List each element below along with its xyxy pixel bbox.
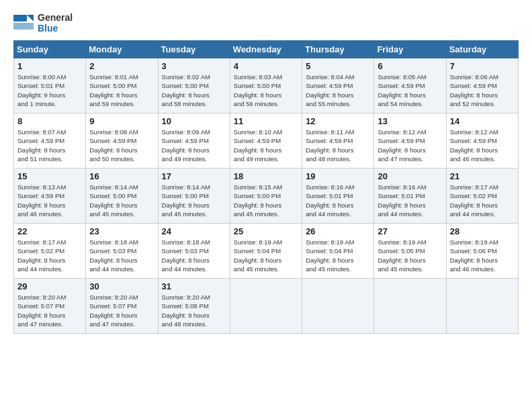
day-number: 2: [89, 61, 154, 71]
calendar-cell: 20Sunrise: 8:16 AM Sunset: 5:01 PM Dayli…: [374, 169, 446, 224]
day-number: 21: [450, 171, 515, 181]
day-info: Sunrise: 8:17 AM Sunset: 5:02 PM Dayligh…: [450, 183, 515, 218]
calendar-cell: 16Sunrise: 8:14 AM Sunset: 5:00 PM Dayli…: [86, 169, 158, 224]
calendar-cell: [374, 279, 446, 334]
calendar-cell: 17Sunrise: 8:14 AM Sunset: 5:00 PM Dayli…: [158, 169, 230, 224]
calendar-page: General Blue SundayMondayTuesdayWednesda…: [0, 0, 532, 340]
day-info: Sunrise: 8:19 AM Sunset: 5:06 PM Dayligh…: [450, 238, 515, 273]
header: General Blue: [13, 12, 519, 34]
calendar-cell: 2Sunrise: 8:01 AM Sunset: 5:00 PM Daylig…: [86, 58, 158, 113]
calendar-cell: 28Sunrise: 8:19 AM Sunset: 5:06 PM Dayli…: [446, 224, 518, 279]
day-number: 22: [17, 226, 82, 236]
logo-svg: [13, 12, 35, 34]
dow-header-thursday: Thursday: [302, 41, 374, 58]
day-number: 27: [378, 226, 442, 236]
week-row-1: 1Sunrise: 8:00 AM Sunset: 5:01 PM Daylig…: [14, 58, 519, 113]
day-number: 6: [378, 61, 442, 71]
day-number: 10: [162, 116, 226, 126]
calendar-cell: 5Sunrise: 8:04 AM Sunset: 4:59 PM Daylig…: [302, 58, 374, 113]
calendar-cell: 21Sunrise: 8:17 AM Sunset: 5:02 PM Dayli…: [446, 169, 518, 224]
day-number: 11: [234, 116, 298, 126]
day-info: Sunrise: 8:09 AM Sunset: 4:59 PM Dayligh…: [162, 128, 226, 163]
day-info: Sunrise: 8:17 AM Sunset: 5:02 PM Dayligh…: [17, 238, 82, 273]
day-number: 3: [162, 61, 226, 71]
day-number: 31: [162, 281, 226, 291]
day-info: Sunrise: 8:02 AM Sunset: 5:00 PM Dayligh…: [162, 73, 226, 108]
logo: General Blue: [13, 12, 73, 34]
day-number: 16: [89, 171, 154, 181]
dow-header-monday: Monday: [86, 41, 158, 58]
calendar-cell: 18Sunrise: 8:15 AM Sunset: 5:00 PM Dayli…: [230, 169, 302, 224]
calendar-cell: 4Sunrise: 8:03 AM Sunset: 5:00 PM Daylig…: [230, 58, 302, 113]
svg-rect-2: [13, 23, 34, 30]
day-info: Sunrise: 8:13 AM Sunset: 4:59 PM Dayligh…: [17, 183, 82, 218]
day-number: 18: [234, 171, 298, 181]
day-number: 26: [306, 226, 370, 236]
calendar-cell: 1Sunrise: 8:00 AM Sunset: 5:01 PM Daylig…: [14, 58, 86, 113]
day-number: 14: [450, 116, 515, 126]
day-number: 5: [306, 61, 370, 71]
dow-header-wednesday: Wednesday: [230, 41, 302, 58]
day-info: Sunrise: 8:03 AM Sunset: 5:00 PM Dayligh…: [234, 73, 298, 108]
day-number: 24: [162, 226, 226, 236]
day-info: Sunrise: 8:16 AM Sunset: 5:01 PM Dayligh…: [306, 183, 370, 218]
calendar-body: 1Sunrise: 8:00 AM Sunset: 5:01 PM Daylig…: [14, 58, 519, 334]
day-number: 30: [89, 281, 154, 291]
day-number: 15: [17, 171, 82, 181]
calendar-cell: 6Sunrise: 8:05 AM Sunset: 4:59 PM Daylig…: [374, 58, 446, 113]
calendar-cell: 7Sunrise: 8:06 AM Sunset: 4:59 PM Daylig…: [446, 58, 518, 113]
day-info: Sunrise: 8:20 AM Sunset: 5:08 PM Dayligh…: [162, 293, 226, 328]
day-info: Sunrise: 8:10 AM Sunset: 4:59 PM Dayligh…: [234, 128, 298, 163]
day-number: 4: [234, 61, 298, 71]
day-number: 1: [17, 61, 82, 71]
calendar-cell: [230, 279, 302, 334]
day-number: 7: [450, 61, 515, 71]
week-row-3: 15Sunrise: 8:13 AM Sunset: 4:59 PM Dayli…: [14, 169, 519, 224]
day-number: 29: [17, 281, 82, 291]
day-info: Sunrise: 8:07 AM Sunset: 4:59 PM Dayligh…: [17, 128, 82, 163]
day-info: Sunrise: 8:18 AM Sunset: 5:03 PM Dayligh…: [162, 238, 226, 273]
calendar-cell: 22Sunrise: 8:17 AM Sunset: 5:02 PM Dayli…: [14, 224, 86, 279]
week-row-4: 22Sunrise: 8:17 AM Sunset: 5:02 PM Dayli…: [14, 224, 519, 279]
calendar-table: SundayMondayTuesdayWednesdayThursdayFrid…: [13, 40, 519, 334]
day-info: Sunrise: 8:12 AM Sunset: 4:59 PM Dayligh…: [378, 128, 442, 163]
day-number: 28: [450, 226, 515, 236]
day-number: 13: [378, 116, 442, 126]
dow-header-saturday: Saturday: [446, 41, 518, 58]
calendar-cell: 8Sunrise: 8:07 AM Sunset: 4:59 PM Daylig…: [14, 113, 86, 169]
day-info: Sunrise: 8:11 AM Sunset: 4:59 PM Dayligh…: [306, 128, 370, 163]
day-number: 20: [378, 171, 442, 181]
calendar-cell: 10Sunrise: 8:09 AM Sunset: 4:59 PM Dayli…: [158, 113, 230, 169]
calendar-cell: 24Sunrise: 8:18 AM Sunset: 5:03 PM Dayli…: [158, 224, 230, 279]
dow-header-tuesday: Tuesday: [158, 41, 230, 58]
day-info: Sunrise: 8:19 AM Sunset: 5:05 PM Dayligh…: [378, 238, 442, 273]
day-info: Sunrise: 8:18 AM Sunset: 5:03 PM Dayligh…: [89, 238, 154, 273]
dow-header-sunday: Sunday: [14, 41, 86, 58]
day-info: Sunrise: 8:20 AM Sunset: 5:07 PM Dayligh…: [17, 293, 82, 328]
calendar-cell: 25Sunrise: 8:19 AM Sunset: 5:04 PM Dayli…: [230, 224, 302, 279]
calendar-cell: 13Sunrise: 8:12 AM Sunset: 4:59 PM Dayli…: [374, 113, 446, 169]
calendar-cell: 9Sunrise: 8:08 AM Sunset: 4:59 PM Daylig…: [86, 113, 158, 169]
calendar-cell: 23Sunrise: 8:18 AM Sunset: 5:03 PM Dayli…: [86, 224, 158, 279]
week-row-2: 8Sunrise: 8:07 AM Sunset: 4:59 PM Daylig…: [14, 113, 519, 169]
day-info: Sunrise: 8:14 AM Sunset: 5:00 PM Dayligh…: [89, 183, 154, 218]
day-info: Sunrise: 8:06 AM Sunset: 4:59 PM Dayligh…: [450, 73, 515, 108]
logo-text-block: General Blue: [38, 12, 73, 34]
day-info: Sunrise: 8:12 AM Sunset: 4:59 PM Dayligh…: [450, 128, 515, 163]
calendar-cell: 27Sunrise: 8:19 AM Sunset: 5:05 PM Dayli…: [374, 224, 446, 279]
day-info: Sunrise: 8:05 AM Sunset: 4:59 PM Dayligh…: [378, 73, 442, 108]
day-info: Sunrise: 8:20 AM Sunset: 5:07 PM Dayligh…: [89, 293, 154, 328]
calendar-cell: 15Sunrise: 8:13 AM Sunset: 4:59 PM Dayli…: [14, 169, 86, 224]
calendar-cell: 12Sunrise: 8:11 AM Sunset: 4:59 PM Dayli…: [302, 113, 374, 169]
days-of-week-row: SundayMondayTuesdayWednesdayThursdayFrid…: [14, 41, 519, 58]
day-number: 12: [306, 116, 370, 126]
day-number: 23: [89, 226, 154, 236]
calendar-cell: 26Sunrise: 8:19 AM Sunset: 5:04 PM Dayli…: [302, 224, 374, 279]
day-number: 8: [17, 116, 82, 126]
svg-rect-1: [13, 15, 27, 21]
calendar-cell: [302, 279, 374, 334]
day-info: Sunrise: 8:04 AM Sunset: 4:59 PM Dayligh…: [306, 73, 370, 108]
logo-general: General: [38, 12, 73, 23]
day-info: Sunrise: 8:16 AM Sunset: 5:01 PM Dayligh…: [378, 183, 442, 218]
calendar-cell: 3Sunrise: 8:02 AM Sunset: 5:00 PM Daylig…: [158, 58, 230, 113]
